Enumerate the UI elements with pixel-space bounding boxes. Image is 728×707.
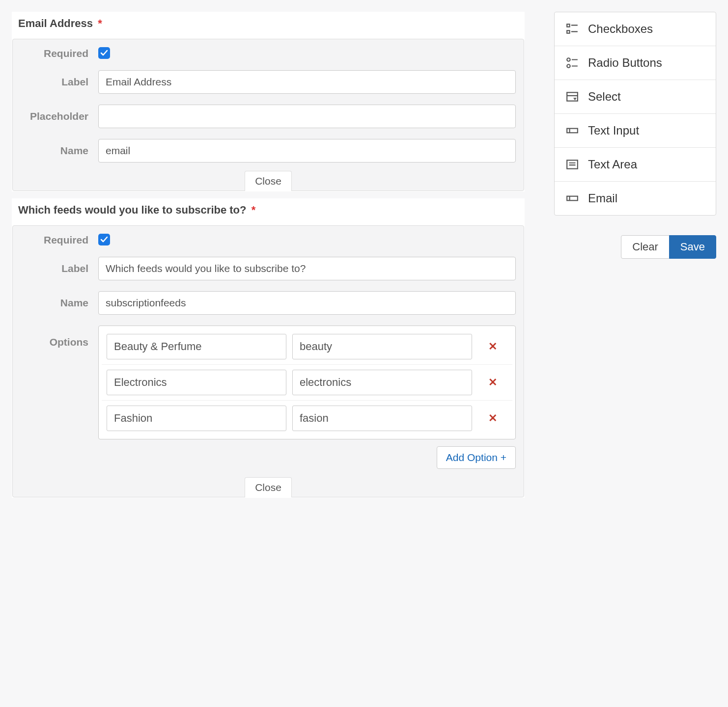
option-row: ✕ <box>102 329 512 365</box>
required-checkbox[interactable] <box>98 47 110 59</box>
svg-rect-8 <box>567 92 578 101</box>
label-label: Label <box>21 76 98 88</box>
option-label-input[interactable] <box>107 334 286 359</box>
option-value-input[interactable] <box>292 406 472 431</box>
option-delete-icon[interactable]: ✕ <box>478 340 507 353</box>
required-star-icon: * <box>252 204 256 216</box>
name-label: Name <box>21 297 98 309</box>
name-input[interactable] <box>98 139 516 163</box>
svg-rect-10 <box>567 129 578 133</box>
action-buttons: ClearSave <box>554 235 716 259</box>
field-title-text: Which feeds would you like to subscribe … <box>18 204 247 216</box>
clear-button[interactable]: Clear <box>621 235 670 259</box>
palette-item-label: Email <box>588 191 617 205</box>
required-label: Required <box>21 48 98 59</box>
field-block-email: Email Address * Required Label <box>12 12 525 191</box>
option-value-input[interactable] <box>292 334 472 359</box>
text-input-icon <box>565 124 579 137</box>
email-icon <box>565 191 579 205</box>
palette-item-radio[interactable]: Radio Buttons <box>555 46 716 80</box>
option-label-input[interactable] <box>107 370 286 395</box>
placeholder-input[interactable] <box>98 105 516 128</box>
option-value-input[interactable] <box>292 370 472 395</box>
palette-item-label: Text Area <box>588 158 637 171</box>
svg-rect-15 <box>567 196 578 201</box>
palette-item-checkboxes[interactable]: Checkboxes <box>555 12 716 46</box>
label-label: Label <box>21 263 98 274</box>
field-title-text: Email Address <box>18 17 93 29</box>
palette-item-label: Checkboxes <box>588 22 653 36</box>
required-label: Required <box>21 234 98 246</box>
close-button[interactable]: Close <box>245 171 292 191</box>
label-input[interactable] <box>98 257 516 280</box>
field-title: Email Address * <box>12 12 524 39</box>
placeholder-label: Placeholder <box>21 110 98 122</box>
svg-rect-0 <box>567 24 569 27</box>
option-row: ✕ <box>102 365 512 401</box>
checkmark-icon <box>100 236 108 244</box>
add-option-button[interactable]: Add Option + <box>437 446 516 469</box>
checkboxes-icon <box>565 22 579 36</box>
option-label-input[interactable] <box>107 406 286 431</box>
palette-item-text-input[interactable]: Text Input <box>555 114 716 148</box>
close-button[interactable]: Close <box>245 477 292 497</box>
field-palette: Checkboxes Radio Buttons Select Text Inp… <box>554 12 716 216</box>
palette-item-label: Text Input <box>588 124 639 137</box>
required-star-icon: * <box>98 17 102 29</box>
radio-icon <box>565 56 579 70</box>
options-label: Options <box>21 326 98 348</box>
select-icon <box>565 90 579 104</box>
save-button[interactable]: Save <box>669 235 716 259</box>
option-row: ✕ <box>102 401 512 436</box>
field-block-feeds: Which feeds would you like to subscribe … <box>12 198 525 498</box>
svg-rect-1 <box>567 30 569 33</box>
field-editor: Required Label Placeholder <box>12 39 524 191</box>
svg-point-5 <box>567 64 570 68</box>
palette-item-label: Radio Buttons <box>588 56 662 70</box>
palette-item-email[interactable]: Email <box>555 182 716 215</box>
option-delete-icon[interactable]: ✕ <box>478 376 507 389</box>
palette-item-select[interactable]: Select <box>555 80 716 114</box>
textarea-icon <box>565 158 579 171</box>
palette-item-label: Select <box>588 90 621 104</box>
options-list: ✕ ✕ ✕ <box>98 326 516 439</box>
checkmark-icon <box>100 49 108 57</box>
svg-point-4 <box>567 58 570 61</box>
required-checkbox[interactable] <box>98 234 110 245</box>
palette-item-text-area[interactable]: Text Area <box>555 148 716 182</box>
option-delete-icon[interactable]: ✕ <box>478 412 507 425</box>
name-input[interactable] <box>98 291 516 315</box>
field-title: Which feeds would you like to subscribe … <box>12 199 524 225</box>
label-input[interactable] <box>98 70 516 94</box>
name-label: Name <box>21 145 98 157</box>
field-editor: Required Label Name <box>12 225 524 497</box>
